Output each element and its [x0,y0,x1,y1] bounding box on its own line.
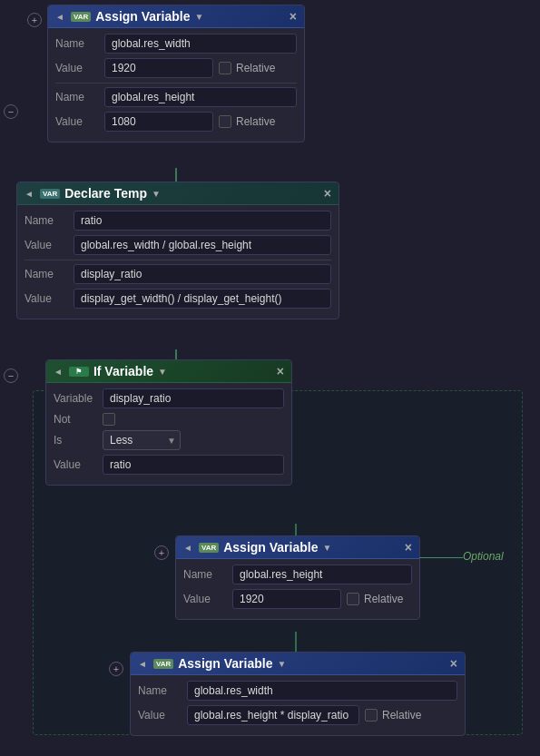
relative-checkbox-assign3[interactable] [365,709,378,722]
name-row-declare-1: Name [25,211,331,231]
relative-label-assign3: Relative [382,709,421,722]
name-label-declare-2: Name [25,268,68,280]
relative-wrap-assign2: Relative [347,593,403,605]
close-btn-if[interactable]: × [277,365,284,378]
name-input-assign2[interactable] [232,565,412,584]
add-before-assign2[interactable]: + [154,545,169,560]
if-variable-body: Variable Not Is Less Greater Equal Not E… [46,383,291,485]
collapse-btn-3[interactable]: ◄ [138,659,147,669]
close-btn-declare[interactable]: × [324,187,331,200]
dropdown-btn-1[interactable]: ▼ [194,12,203,22]
dropdown-btn-3[interactable]: ▼ [277,659,286,669]
name-label-2: Name [55,91,99,103]
value-label-if: Value [54,458,97,471]
name-row-declare-2: Name [25,264,331,284]
assign-variable-node-2: ◄ VAR Assign Variable ▼ × Name Value Rel… [175,535,420,620]
variable-input-if[interactable] [103,388,284,408]
value-row-assign3: Value Relative [138,705,457,725]
name-label-assign3: Name [138,684,182,697]
value-label-declare-1: Value [25,239,68,251]
assign-variable-header-1: ◄ VAR Assign Variable ▼ × [48,5,304,28]
optional-label: Optional [463,550,504,563]
relative-checkbox-1[interactable] [219,62,231,74]
is-select-if[interactable]: Less Greater Equal Not Equal [103,430,181,450]
variable-label-if: Variable [54,392,97,405]
if-variable-title: If Variable [93,364,153,378]
name-row-1: Name [55,34,297,54]
value-row-if: Value [54,455,284,475]
value-label-declare-2: Value [25,292,68,305]
not-label-if: Not [54,413,97,426]
dropdown-btn-if[interactable]: ▼ [158,367,167,377]
declare-temp-header: ◄ VAR Declare Temp ▼ × [17,182,339,205]
name-input-declare-1[interactable] [74,211,331,231]
collapse-btn-2[interactable]: ◄ [183,543,192,553]
relative-checkbox-assign2[interactable] [347,593,359,605]
value-input-2[interactable] [104,112,213,132]
value-row-declare-2: Value [25,289,331,309]
name-label-1: Name [55,37,99,50]
value-row-assign2: Value Relative [183,589,412,609]
close-btn-2[interactable]: × [405,541,412,554]
plus-icon: + [32,15,37,25]
name-row-2: Name [55,87,297,107]
plus-icon-2: + [159,547,164,558]
name-label-declare-1: Name [25,214,68,227]
variable-row-if: Variable [54,388,284,408]
name-input-declare-2[interactable] [74,264,331,284]
value-input-declare-1[interactable] [74,235,331,255]
value-label-2: Value [55,115,99,128]
value-label-assign3: Value [138,709,182,722]
value-row-1: Value Relative [55,58,297,78]
assign-variable-title-1: Assign Variable [95,9,190,24]
assign-variable-node-3: ◄ VAR Assign Variable ▼ × Name Value Rel… [130,652,466,736]
relative-label-2: Relative [236,115,275,128]
value-input-declare-2[interactable] [74,289,331,309]
value-input-1[interactable] [104,58,213,78]
collapse-btn-if[interactable]: ◄ [54,367,63,377]
relative-label-1: Relative [236,62,275,74]
var-icon-declare: VAR [40,189,60,199]
value-input-assign3[interactable] [187,705,359,725]
relative-checkbox-2[interactable] [219,115,231,128]
assign-variable-body-1: Name Value Relative Name Value [48,28,304,142]
add-left-button[interactable]: − [4,104,18,119]
add-before-assign3[interactable]: + [109,662,123,676]
assign-variable-body-2: Name Value Relative [176,559,419,619]
collapse-btn-1[interactable]: ◄ [55,12,64,22]
not-checkbox-if[interactable] [103,413,115,426]
add-if-left-button[interactable]: − [4,368,18,383]
name-input-assign3[interactable] [187,681,457,701]
value-row-2: Value Relative [55,112,297,132]
relative-wrap-1: Relative [219,62,275,74]
value-input-assign2[interactable] [232,589,341,609]
minus-icon: − [8,106,14,117]
is-select-wrap: Less Greater Equal Not Equal ▼ [103,430,181,450]
dropdown-btn-declare[interactable]: ▼ [152,189,161,199]
declare-temp-title: Declare Temp [64,186,147,201]
assign-variable-header-3: ◄ VAR Assign Variable ▼ × [131,653,465,675]
var-icon-1: VAR [71,12,91,22]
plus-icon-3: + [113,663,119,674]
close-btn-3[interactable]: × [450,657,457,670]
assign-variable-header-2: ◄ VAR Assign Variable ▼ × [176,536,419,559]
value-label-1: Value [55,62,99,74]
declare-temp-node: ◄ VAR Declare Temp ▼ × Name Value Name [16,182,339,319]
close-btn-1[interactable]: × [290,10,297,23]
name-row-assign3: Name [138,681,457,701]
relative-wrap-assign3: Relative [365,709,421,722]
dropdown-btn-2[interactable]: ▼ [322,543,331,553]
var-icon-3: VAR [153,659,173,669]
declare-temp-body: Name Value Name Value [17,205,339,319]
collapse-btn-declare[interactable]: ◄ [25,189,34,199]
name-input-1[interactable] [104,34,297,54]
assign-variable-title-2: Assign Variable [223,540,318,555]
is-row-if: Is Less Greater Equal Not Equal ▼ [54,430,284,450]
assign-variable-body-3: Name Value Relative [131,675,465,735]
add-top-button[interactable]: + [27,13,42,27]
name-input-2[interactable] [104,87,297,107]
relative-label-assign2: Relative [364,593,403,605]
assign-variable-title-3: Assign Variable [178,656,272,671]
value-input-if[interactable] [103,455,284,475]
value-label-assign2: Value [183,593,227,605]
